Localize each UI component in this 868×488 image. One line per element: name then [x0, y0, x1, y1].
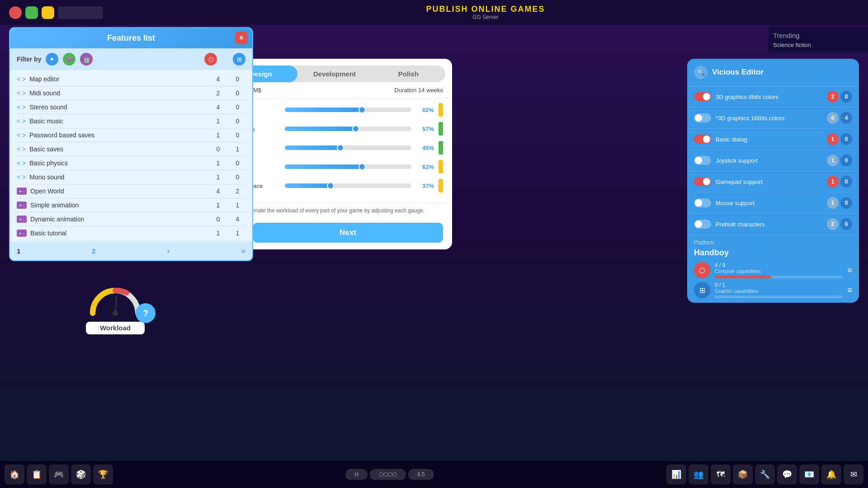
feature-plus-icon: + -	[17, 216, 27, 223]
filter-icon-purple[interactable]: 🤖	[80, 53, 93, 66]
taskbar-item-9[interactable]: 🔧	[755, 465, 775, 484]
badge-blue: 0	[840, 91, 852, 103]
gauge-indicator	[439, 141, 443, 155]
taskbar-item-12[interactable]: 🔔	[821, 465, 841, 484]
feature-list-item[interactable]: < > Basic physics 1 0	[17, 156, 245, 170]
toggle-knob	[695, 221, 702, 228]
features-modal: Features list × Filter by ✦ 👾 🤖 ⬡ ⊞ < > …	[9, 27, 253, 261]
trending-panel: Trending Science fiction	[769, 27, 868, 53]
page-next-btn[interactable]: ›	[167, 246, 170, 256]
feature-list-item[interactable]: < > Basic saves 0 1	[17, 142, 245, 156]
feature-name: Basic tutorial	[30, 230, 207, 237]
tab-development[interactable]: Development	[297, 66, 371, 82]
feature-list-item[interactable]: < > Basic music 1 0	[17, 114, 245, 128]
gauge-row[interactable]: Characters 57%	[226, 122, 443, 136]
gauge-row[interactable]: Graphics 62%	[226, 160, 443, 174]
taskbar-item-4[interactable]: 🏆	[93, 465, 113, 484]
feature-list-item[interactable]: < > Stereo sound 4 0	[17, 100, 245, 114]
features-close-button[interactable]: ×	[235, 32, 248, 44]
feature-list-item[interactable]: < > Map editor 4 0	[17, 72, 245, 86]
taskbar-item-7[interactable]: 🗺	[711, 465, 731, 484]
taskbar-item-13[interactable]: ✉	[844, 465, 863, 484]
feature-list-item[interactable]: + - Basic tutorial 1 1	[17, 226, 245, 240]
feature-arrows: < >	[17, 145, 26, 153]
gauge-fill	[285, 164, 363, 169]
taskbar-home[interactable]: 🏠	[5, 465, 24, 484]
editor-val-badge: 2 0	[827, 91, 852, 103]
taskbar-item-11[interactable]: 📧	[799, 465, 819, 484]
page-last-btn[interactable]: »	[241, 246, 245, 256]
feature-toggle[interactable]	[694, 156, 711, 165]
taskbar-item-1[interactable]: 📋	[27, 465, 47, 484]
editor-feature-row: Gamepad support 1 0	[687, 171, 859, 192]
feature-toggle[interactable]	[694, 198, 711, 207]
badge-red: 0	[827, 112, 839, 124]
editor-feature-row: 3D graphics 8bits colors 2 0	[687, 86, 859, 108]
svg-point-1	[113, 310, 118, 316]
feature-list-item[interactable]: + - Dynamic animation 0 4	[17, 212, 245, 226]
feature-val1: 4	[210, 103, 226, 111]
gauge-bar[interactable]	[285, 183, 411, 188]
next-button[interactable]: Next	[253, 223, 443, 243]
graphic-sub: Graphic capabilities	[715, 288, 843, 294]
feature-toggle[interactable]	[694, 135, 711, 144]
badge-red: 2	[827, 91, 839, 103]
gauge-bar[interactable]	[285, 108, 411, 112]
filter-icon-green[interactable]: 👾	[63, 53, 75, 66]
feature-val1: 4	[210, 75, 226, 83]
gauge-bar[interactable]	[285, 145, 411, 150]
help-button[interactable]: ?	[136, 303, 156, 323]
badge-blue: 0	[840, 155, 852, 166]
feature-val2: 0	[230, 89, 245, 97]
taskbar-item-8[interactable]: 📦	[733, 465, 753, 484]
gauge-row[interactable]: User interface 37%	[226, 179, 443, 192]
gauge-fill	[285, 183, 332, 188]
feature-list-item[interactable]: + - Simple animation 1 1	[17, 198, 245, 212]
filter-icon-blue[interactable]: ✦	[46, 53, 58, 66]
feature-arrows: < >	[17, 160, 26, 167]
gauge-bar[interactable]	[285, 164, 411, 169]
feature-toggle[interactable]	[694, 113, 711, 122]
taskbar-item-2[interactable]: 🎮	[49, 465, 69, 484]
gauge-handle[interactable]	[337, 144, 344, 151]
feature-arrows: < >	[17, 131, 26, 139]
editor-val-badge: 2 0	[827, 218, 852, 230]
app-icon-2	[25, 6, 38, 19]
feature-plus-icon: + -	[17, 202, 27, 209]
toggle-knob	[695, 199, 702, 206]
compute-menu-btn[interactable]: ≡	[847, 266, 852, 275]
page-2[interactable]: 2	[92, 247, 95, 255]
trending-title: Trending	[773, 32, 863, 39]
feature-list-item[interactable]: < > Password based saves 1 0	[17, 128, 245, 142]
feature-toggle[interactable]	[694, 177, 711, 186]
feature-list-item[interactable]: < > Midi sound 2 0	[17, 86, 245, 100]
taskbar-item-5[interactable]: 📊	[666, 465, 686, 484]
feature-arrows: < >	[17, 174, 26, 181]
gauge-pct: 37%	[416, 183, 434, 189]
toggle-knob	[703, 178, 710, 185]
feature-list-item[interactable]: + - Open World 4 2	[17, 184, 245, 198]
taskbar-item-6[interactable]: 👥	[689, 465, 708, 484]
gauge-row[interactable]: Gameplay 45%	[226, 141, 443, 155]
gauge-row[interactable]: Story 62%	[226, 103, 443, 117]
gauge-bar[interactable]	[285, 127, 411, 131]
graphic-menu-btn[interactable]: ≡	[847, 286, 852, 295]
page-1[interactable]: 1	[17, 247, 20, 255]
feature-toggle[interactable]	[694, 92, 711, 101]
gauge-handle[interactable]	[352, 125, 359, 132]
badge-red: 1	[827, 155, 839, 166]
taskbar-item-10[interactable]: 💬	[777, 465, 797, 484]
gauge-handle[interactable]	[359, 106, 366, 113]
feature-val2: 0	[230, 160, 245, 167]
gauge-handle[interactable]	[327, 182, 334, 189]
main-tabs: Design Development Polish	[224, 66, 445, 82]
taskbar-item-3[interactable]: 🎲	[71, 465, 91, 484]
gauge-handle[interactable]	[359, 163, 366, 170]
tab-polish[interactable]: Polish	[372, 66, 445, 82]
feature-list-item[interactable]: < > Mono sound 1 0	[17, 170, 245, 184]
trending-item: Science fiction	[773, 42, 863, 48]
feature-toggle[interactable]	[694, 220, 711, 229]
editor-feature-row: *3D graphics 16Bits colors 0 4	[687, 108, 859, 129]
platform-section: Platform Handboy ⬡ 4 / 9 Compute capabil…	[687, 235, 859, 298]
top-bar: PUBLISH ONLINE GAMES GG Server Trending …	[0, 0, 868, 25]
